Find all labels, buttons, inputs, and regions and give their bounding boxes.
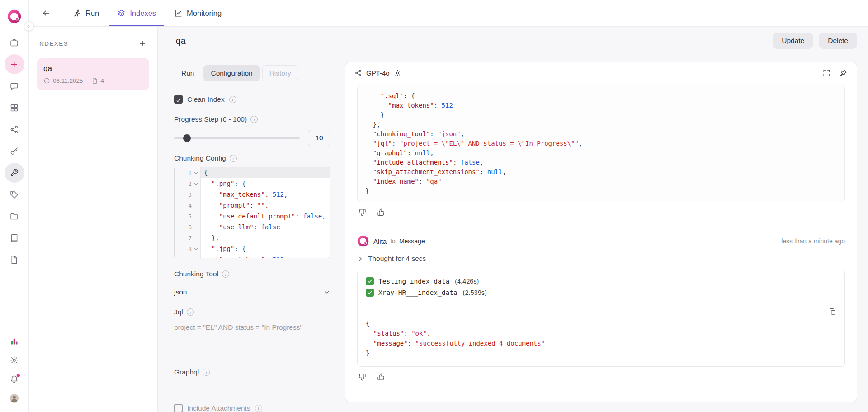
thumbs-down-button[interactable] — [358, 373, 367, 381]
rail-folder-button[interactable] — [5, 206, 24, 226]
fold-icon[interactable] — [193, 246, 199, 252]
rail-key-button[interactable] — [5, 141, 24, 161]
code-line: ".sql": { — [365, 91, 837, 101]
logo-icon — [7, 9, 21, 24]
model-selector[interactable]: GPT-4o — [354, 69, 401, 77]
rail-top-group — [5, 5, 24, 270]
rail-documents-button[interactable] — [5, 250, 24, 270]
code-line: "prompt": "", — [201, 200, 330, 211]
jql-label: Jql — [174, 308, 183, 316]
thumbs-up-button[interactable] — [377, 208, 385, 217]
rail-logo-button[interactable] — [5, 6, 24, 26]
rail-profile-button[interactable] — [5, 389, 24, 407]
top-tab-run[interactable]: Run — [65, 0, 107, 26]
share-nodes-icon — [354, 69, 362, 77]
clean-index-checkbox-row[interactable]: Clean Index — [174, 95, 330, 104]
chunking-tool-select[interactable]: json — [174, 284, 330, 300]
copy-icon — [828, 308, 836, 316]
gutter-row: 8 — [175, 243, 200, 254]
chat-panel: GPT-4o — [345, 62, 857, 402]
update-button[interactable]: Update — [773, 33, 813, 49]
top-tab-monitoring[interactable]: Monitoring — [166, 0, 229, 26]
line-number: 1 — [183, 170, 192, 176]
rail-analytics-button[interactable] — [5, 332, 24, 350]
message-timestamp: less than a minute ago — [781, 237, 845, 245]
model-name: GPT-4o — [366, 69, 390, 77]
line-number: 3 — [183, 191, 192, 198]
thumbs-up-button[interactable] — [377, 373, 385, 381]
thumb-down-icon — [358, 208, 367, 217]
rail-tags-button[interactable] — [5, 185, 24, 204]
fold-icon[interactable] — [193, 181, 199, 187]
info-icon[interactable] — [255, 405, 262, 412]
step-duration: (4.426s) — [455, 278, 479, 285]
main-header: qa Update Delete — [158, 27, 868, 55]
progress-step-row: 10 — [174, 130, 330, 146]
copy-button[interactable] — [828, 308, 836, 316]
info-icon[interactable] — [229, 96, 236, 103]
step-duration: (2.539s) — [463, 289, 487, 296]
progress-step-value[interactable]: 10 — [308, 130, 330, 146]
rail-chat-button[interactable] — [5, 76, 24, 96]
layers-icon — [117, 9, 126, 18]
info-icon[interactable] — [203, 369, 210, 376]
jql-input[interactable] — [174, 321, 330, 340]
progress-step-label-row: Progress Step (0 - 100) — [174, 115, 330, 123]
code-line: "use_default_prompt": false, — [201, 211, 330, 222]
pin-icon — [839, 69, 848, 77]
top-tab-indexes[interactable]: Indexes — [109, 0, 164, 26]
tool-step: Testing index_data(4.426s) — [366, 277, 836, 285]
config-tab-configuration[interactable]: Configuration — [203, 65, 259, 81]
include-attachments-checkbox-row[interactable]: Include Attachments — [174, 404, 330, 412]
rail-create-button[interactable] — [5, 54, 24, 74]
progress-step-slider[interactable] — [174, 130, 300, 146]
tool-steps-card: Testing index_data(4.426s)Xray-HR___inde… — [357, 270, 845, 367]
rail-nodes-button[interactable] — [5, 119, 24, 139]
message-to-label: to — [390, 237, 396, 245]
plus-icon — [9, 60, 19, 69]
rail-grid-button[interactable] — [5, 98, 24, 118]
graphql-label-row: Graphql — [174, 368, 330, 376]
indexes-panel-title: INDEXES — [37, 40, 68, 47]
fold-icon[interactable] — [193, 170, 199, 176]
index-meta: 06.11.20254 — [43, 77, 143, 84]
slider-track[interactable] — [174, 137, 300, 139]
thought-toggle[interactable]: Thought for 4 secs — [357, 255, 426, 263]
top-tab-label: Indexes — [130, 9, 156, 18]
rail-toolkits-button[interactable] — [5, 163, 24, 183]
folder-icon — [9, 212, 19, 221]
index-date: 06.11.2025 — [43, 77, 83, 84]
code-line: { — [366, 318, 836, 328]
code-line: }, — [201, 232, 330, 243]
nodes-icon — [9, 125, 19, 134]
pin-button[interactable] — [839, 69, 848, 77]
thumbs-down-button[interactable] — [358, 208, 367, 217]
config-tab-history[interactable]: History — [262, 65, 298, 81]
chunking-config-editor[interactable]: 123456789 { ".png": { "max_tokens": 512,… — [174, 167, 330, 258]
code-line: ".jpg": { — [201, 243, 330, 254]
rail-notifications-button[interactable] — [5, 370, 24, 388]
message-target-link[interactable]: Message — [399, 237, 425, 245]
info-icon[interactable] — [222, 270, 229, 278]
include-attachments-label: Include Attachments — [187, 404, 250, 412]
book-icon — [9, 233, 19, 243]
rail-book-button[interactable] — [5, 228, 24, 248]
delete-button[interactable]: Delete — [819, 33, 857, 49]
back-button[interactable] — [38, 5, 54, 21]
info-icon[interactable] — [250, 116, 258, 123]
rail-settings-button[interactable] — [5, 351, 24, 369]
index-list-item[interactable]: qa06.11.20254 — [37, 58, 149, 90]
info-icon[interactable] — [187, 308, 194, 316]
editor-code[interactable]: { ".png": { "max_tokens": 512, "prompt":… — [201, 167, 330, 258]
info-icon[interactable] — [230, 155, 237, 162]
line-number: 9 — [183, 256, 192, 259]
rail-briefcase-button[interactable] — [5, 33, 24, 52]
jql-label-row: Jql — [174, 308, 330, 316]
slider-thumb[interactable] — [183, 134, 191, 142]
add-index-button[interactable] — [136, 37, 149, 50]
arrow-left-icon — [42, 9, 51, 18]
config-tab-run[interactable]: Run — [174, 65, 201, 81]
fullscreen-button[interactable] — [822, 69, 831, 77]
thumb-up-icon — [377, 208, 385, 217]
collapse-sidebar-handle[interactable] — [24, 21, 34, 31]
